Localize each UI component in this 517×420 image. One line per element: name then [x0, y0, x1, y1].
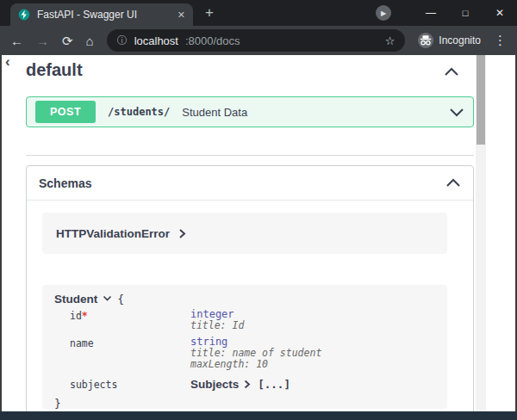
model-http-validation-error[interactable]: HTTPValidationError [42, 213, 447, 254]
schemas-section: Schemas HTTPValidationError Student { [26, 165, 474, 411]
model-expand-chevron-right-icon[interactable] [178, 228, 186, 239]
browser-toolbar: ← → ⟳ ⌂ ⓘ localhost :8000/docs ☆ Incogni… [0, 26, 517, 55]
play-icon: ▶ [381, 9, 386, 17]
model-student-header[interactable]: Student { [54, 292, 435, 306]
tab-close-icon[interactable]: ✕ [178, 9, 185, 21]
schemas-collapse-chevron-up-icon[interactable] [445, 178, 461, 188]
incognito-spy-icon [418, 33, 433, 48]
scrollbar-thumb[interactable] [477, 55, 485, 145]
browser-tab[interactable]: FastAPI - Swagger UI ✕ [10, 3, 193, 26]
new-tab-button[interactable]: + [205, 4, 214, 22]
swagger-page: ‹ default POST /students/ Student Data S… [2, 55, 515, 411]
endpoint-expand-chevron-down-icon[interactable] [449, 108, 464, 117]
subjects-chevron-right-icon [244, 380, 251, 389]
subjects-model-link[interactable]: Subjects [...] [190, 378, 290, 391]
back-icon[interactable]: ← [10, 34, 23, 47]
model-title: HTTPValidationError [56, 227, 170, 240]
required-star: * [82, 310, 88, 322]
endpoint-summary: Student Data [182, 106, 247, 119]
media-controls-button[interactable]: ▶ [376, 5, 391, 21]
model-collapse-chevron-down-icon[interactable] [103, 295, 112, 302]
browser-window: FastAPI - Swagger UI ✕ + ▶ — □ ✕ ← → ⟳ ⌂… [0, 0, 517, 420]
fastapi-favicon [18, 9, 30, 21]
model-student: Student { id* integer title: Id [42, 285, 447, 409]
page-scrollbar[interactable] [476, 55, 486, 411]
url-path: :8000/docs [185, 34, 240, 47]
minimize-button[interactable]: — [414, 0, 448, 26]
site-info-icon[interactable]: ⓘ [117, 34, 128, 48]
schemas-title: Schemas [39, 176, 445, 190]
property-name: subjects [70, 378, 190, 391]
model-title: Student [54, 293, 97, 306]
property-row-name: name string title: name of student maxLe… [70, 337, 435, 372]
property-note: maxLength: 10 [190, 359, 321, 370]
model-properties: id* integer title: Id name string title:… [70, 309, 435, 392]
close-button[interactable]: ✕ [483, 0, 517, 26]
reload-icon[interactable]: ⟳ [62, 34, 73, 47]
url-host: localhost [134, 34, 178, 47]
schemas-header[interactable]: Schemas [27, 166, 473, 201]
home-icon[interactable]: ⌂ [86, 34, 94, 47]
incognito-label: Incognito [439, 34, 481, 46]
page-corner-chevron: ‹ [5, 55, 10, 71]
subjects-value: [...] [258, 378, 290, 391]
property-name: name [70, 337, 190, 372]
address-bar[interactable]: ⓘ localhost :8000/docs ☆ [107, 29, 406, 52]
browser-menu-icon[interactable]: ⋮ [494, 33, 507, 48]
property-value: string title: name of student maxLength:… [190, 337, 321, 372]
window-bottom-edge [0, 411, 517, 420]
brace-open: { [117, 293, 124, 306]
default-collapse-chevron-up-icon[interactable] [443, 66, 460, 77]
incognito-badge: Incognito [418, 33, 481, 48]
brace-close: } [54, 397, 435, 409]
titlebar: FastAPI - Swagger UI ✕ + ▶ — □ ✕ [0, 0, 517, 26]
property-note: title: Id [190, 320, 244, 331]
window-edge-left [0, 55, 2, 420]
property-row-id: id* integer title: Id [70, 309, 435, 333]
http-method-badge: POST [35, 101, 96, 123]
property-name: id* [70, 309, 190, 333]
bookmark-star-icon[interactable]: ☆ [385, 34, 396, 47]
endpoint-path: /students/ [108, 106, 170, 118]
endpoint-row-post-students[interactable]: POST /students/ Student Data [26, 96, 474, 127]
property-row-subjects: subjects Subjects [...] [70, 377, 435, 392]
subjects-model-name: Subjects [190, 378, 239, 391]
tab-title: FastAPI - Swagger UI [37, 9, 171, 21]
forward-icon[interactable]: → [36, 34, 49, 47]
default-section-title[interactable]: default [26, 60, 83, 80]
section-divider [26, 155, 474, 156]
property-value: integer title: Id [190, 309, 244, 333]
maximize-button[interactable]: □ [448, 0, 483, 26]
